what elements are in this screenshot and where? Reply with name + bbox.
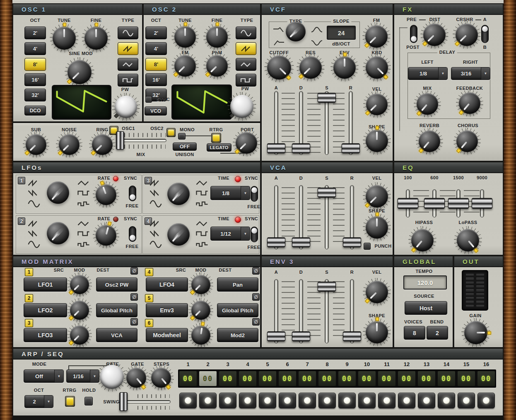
port-knob[interactable]: [236, 132, 257, 154]
osc1-octave-8[interactable]: 8': [24, 58, 46, 71]
env3-vel-knob[interactable]: [366, 281, 388, 303]
mod-row4-clear-button[interactable]: ∅: [252, 267, 260, 275]
crshr-knob[interactable]: [456, 24, 478, 46]
res-knob[interactable]: [299, 56, 322, 79]
mod-row6-amount-knob[interactable]: [191, 326, 210, 345]
arp-hold-button[interactable]: [84, 397, 93, 406]
osc1-wave-triangle-button[interactable]: [118, 58, 138, 71]
arp-rtrg-led-button[interactable]: [65, 396, 75, 407]
delay-left-dropdown[interactable]: 1/8▼: [408, 67, 448, 80]
hipass-knob[interactable]: [411, 229, 434, 251]
source-button[interactable]: Host: [405, 301, 447, 315]
step-button[interactable]: [179, 393, 197, 408]
osc2-vco-button[interactable]: VCO: [145, 106, 167, 116]
env3-release-slider[interactable]: [350, 279, 354, 343]
vcf-decay-slider[interactable]: [299, 91, 303, 155]
mod-row2-clear-button[interactable]: ∅: [130, 293, 138, 301]
mod-row1-dest-button[interactable]: Osc2 PW: [96, 278, 137, 292]
env3-decay-slider[interactable]: [299, 279, 303, 343]
vcf-env-knob[interactable]: [333, 56, 356, 79]
arp-mode-dropdown[interactable]: Off▼: [24, 369, 64, 383]
mod-row1-clear-button[interactable]: ∅: [130, 267, 138, 275]
osc1-wave-square-button[interactable]: [118, 74, 138, 87]
kbd-knob[interactable]: [366, 56, 388, 79]
step-button[interactable]: [299, 393, 316, 408]
osc2-wave-triangle-button[interactable]: [236, 58, 256, 71]
mono-mode-button[interactable]: [178, 133, 186, 140]
env3-shape-knob[interactable]: [366, 321, 388, 343]
osc2-fine-knob[interactable]: [206, 26, 228, 48]
osc2-octave-2[interactable]: 2': [145, 27, 167, 39]
osc2-octave-4[interactable]: 4': [145, 42, 167, 55]
eq-band-100-slider[interactable]: [406, 189, 410, 217]
step-button[interactable]: [418, 393, 435, 408]
feedback-knob[interactable]: [459, 92, 480, 114]
lfo2-sync-free-toggle[interactable]: [129, 226, 136, 242]
mod-row6-clear-button[interactable]: ∅: [252, 318, 260, 326]
step-button[interactable]: [458, 393, 475, 408]
lopass-knob[interactable]: [457, 229, 479, 251]
mod-row3-dest-button[interactable]: VCA: [96, 328, 137, 342]
osc2-phm-knob[interactable]: [206, 55, 228, 77]
vca-attack-slider[interactable]: [274, 185, 278, 249]
osc2-sync-checkbox[interactable]: [145, 96, 152, 103]
lfo3-time-dropdown[interactable]: 1/8▼: [210, 186, 250, 200]
mod-row5-clear-button[interactable]: ∅: [252, 293, 260, 301]
arp-rate-dropdown[interactable]: 1/16▼: [66, 369, 99, 383]
reverb-knob[interactable]: [419, 130, 440, 152]
vca-decay-slider[interactable]: [299, 185, 303, 249]
mod-row3-amount-knob[interactable]: [70, 326, 89, 345]
step-button[interactable]: [219, 393, 236, 408]
cutoff-knob[interactable]: [267, 56, 291, 80]
swing-slider-handle[interactable]: [119, 392, 128, 411]
vca-sustain-slider[interactable]: [325, 185, 329, 249]
arp-oct-dropdown[interactable]: 2▼: [24, 395, 53, 408]
osc2-tune-knob[interactable]: [174, 26, 196, 48]
osc1-sine-mod-knob[interactable]: [68, 60, 92, 84]
osc1-wave-sine-button[interactable]: [118, 27, 138, 39]
osc1-octave-32[interactable]: 32': [24, 89, 46, 101]
bend-button[interactable]: 2: [427, 326, 448, 340]
mod-row4-dest-button[interactable]: Pan: [217, 278, 258, 292]
chorus-knob[interactable]: [456, 130, 478, 152]
step-button[interactable]: [338, 393, 356, 408]
filter-type-selector-knob[interactable]: [286, 22, 306, 41]
mod-row4-src-button[interactable]: LFO4: [146, 278, 188, 292]
lfo4-sync-free-toggle[interactable]: [251, 227, 258, 242]
vca-release-slider[interactable]: [350, 185, 354, 249]
step-button[interactable]: [358, 393, 376, 408]
mix-slider-handle[interactable]: [116, 131, 124, 150]
osc2-wave-square-button[interactable]: [236, 74, 256, 87]
eq-band-9000-slider[interactable]: [480, 189, 484, 217]
voices-button[interactable]: 8: [404, 326, 425, 340]
delay-mix-knob[interactable]: [417, 93, 438, 115]
env3-sustain-slider[interactable]: [325, 279, 329, 343]
lfo1-wave-selector-knob[interactable]: [47, 181, 69, 204]
step-button[interactable]: [199, 393, 217, 408]
osc2-octave-8[interactable]: 8': [145, 58, 167, 71]
noise-knob[interactable]: [59, 134, 80, 155]
punch-checkbox[interactable]: [364, 243, 371, 250]
step-button[interactable]: [259, 393, 276, 408]
lfo2-wave-selector-knob[interactable]: [47, 222, 69, 244]
osc1-fine-knob[interactable]: [84, 27, 108, 50]
gain-knob[interactable]: [464, 321, 487, 344]
vcf-sustain-slider[interactable]: [325, 91, 329, 155]
eq-band-600-slider[interactable]: [432, 189, 436, 217]
lfo4-time-dropdown[interactable]: 1/12▼: [210, 227, 250, 241]
ring-knob[interactable]: [92, 134, 113, 155]
eq-band-1500-slider[interactable]: [456, 189, 461, 217]
osc1-octave-4[interactable]: 4': [24, 42, 46, 55]
vcf-fm-knob[interactable]: [365, 25, 388, 48]
mod-row6-dest-button[interactable]: Mod2: [217, 328, 258, 342]
vcf-release-slider[interactable]: [349, 91, 353, 155]
step-button[interactable]: [378, 393, 395, 408]
rtrg-led-button[interactable]: [211, 133, 221, 143]
vca-shape-knob[interactable]: [366, 216, 388, 239]
arp-steps-knob[interactable]: [151, 368, 171, 388]
mod-row5-src-button[interactable]: Env3: [146, 303, 188, 317]
osc1-octave-16[interactable]: 16': [24, 73, 46, 86]
step-button[interactable]: [438, 393, 455, 408]
lfo3-wave-selector-knob[interactable]: [167, 183, 190, 205]
lfo2-rate-knob[interactable]: [96, 225, 116, 246]
